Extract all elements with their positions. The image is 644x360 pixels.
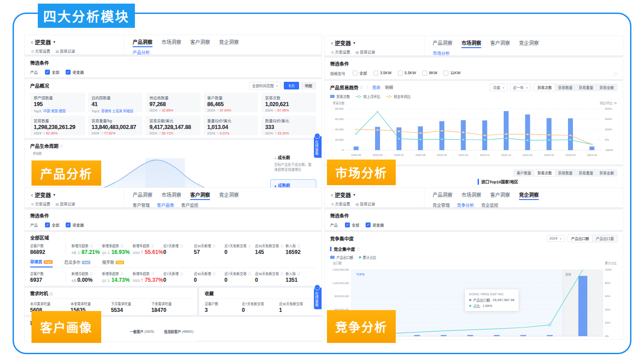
main-tab[interactable]: 市场洞察 (161, 191, 181, 200)
plan-settings-link[interactable]: ⊙方案设置 (331, 201, 350, 206)
info-icon[interactable]: ⓘ (212, 272, 215, 276)
back-icon[interactable]: ‹ (31, 39, 33, 45)
chevron-down-icon[interactable]: ▼ (353, 193, 356, 196)
product-title[interactable]: 逆变器 (335, 191, 351, 199)
chevron-down-icon[interactable]: ▼ (353, 41, 356, 44)
trade-trend-chart[interactable]: 80,000600%60,000400%40,000200%20,0000%0-… (330, 105, 617, 160)
main-tab[interactable]: 客户洞察 (190, 38, 210, 47)
metric-button[interactable]: 贸易金额 (596, 84, 617, 91)
period-select[interactable]: 月度∨ (490, 84, 507, 91)
country-tab[interactable]: 厄瓜多尔Top2 (64, 259, 90, 267)
main-tab[interactable]: 市场洞察 (461, 191, 481, 200)
export-volume-button[interactable]: 产品出口量 (592, 235, 617, 242)
back-icon[interactable]: ‹ (31, 191, 33, 198)
plan-settings-link[interactable]: ⊙方案设置 (31, 48, 50, 53)
info-icon[interactable]: ⓘ (248, 244, 251, 248)
metric-button[interactable]: 贸易次数 (534, 169, 555, 176)
main-tab[interactable]: 产品洞察 (133, 38, 152, 47)
filter-checkbox[interactable]: 全部 (353, 70, 367, 76)
info-icon[interactable]: ⓘ (151, 244, 154, 248)
card-view-button[interactable]: 卡片 (284, 82, 299, 89)
filter-checkbox[interactable]: ✓全部 (45, 222, 59, 227)
info-icon[interactable]: ⓘ (180, 244, 183, 248)
metric-button[interactable]: 贸易重量 (576, 84, 596, 91)
export-amount-button[interactable]: 产品出口额 (568, 235, 592, 242)
info-icon[interactable]: ⓘ (280, 244, 283, 248)
main-tab[interactable]: 客户洞察 (490, 39, 510, 48)
info-icon[interactable]: ⓘ (49, 293, 53, 296)
filter-checkbox[interactable]: 11KW (443, 71, 461, 76)
country-tab[interactable]: 菲律宾Top1 (30, 259, 53, 267)
filter-checkbox[interactable]: ✓全部 (45, 69, 59, 75)
time-range-select[interactable]: 全部时间范围∨ (249, 82, 281, 89)
filter-checkbox[interactable]: 3.5KW (373, 71, 392, 76)
trade-records-link[interactable]: ▤贸易记录 (56, 201, 76, 206)
trade-records-link[interactable]: ▤贸易记录 (56, 48, 76, 53)
online-service-button[interactable]: ··· 在线客服 (314, 288, 322, 309)
filter-checkbox[interactable]: ✓逆变器 (366, 222, 384, 227)
main-tab[interactable]: 竞企洞察 (219, 38, 239, 47)
plan-settings-link[interactable]: ⊙方案设置 (331, 49, 350, 54)
info-icon[interactable]: ⓘ (151, 272, 154, 276)
metric-button[interactable]: 客户数量 (514, 169, 534, 176)
product-title[interactable]: 逆变器 (335, 39, 351, 47)
main-tab[interactable]: 产品洞察 (133, 191, 152, 200)
info-icon[interactable]: ⓘ (248, 272, 251, 276)
metric-button[interactable]: 贸易次数 (534, 84, 555, 91)
plan-settings-link[interactable]: ⊙方案设置 (31, 201, 50, 206)
layer-legend-item[interactable]: 低活跃客户(48662) (161, 329, 193, 334)
filter-checkbox[interactable]: 8KW (422, 71, 437, 76)
info-icon[interactable]: ⓘ (90, 272, 93, 276)
filter-checkbox[interactable]: 5.5KW (398, 71, 416, 76)
detail-view-button[interactable]: 明细 (301, 82, 316, 89)
year-select[interactable]: 2024∨ (546, 235, 565, 242)
product-title[interactable]: 逆变器 (35, 191, 51, 199)
range-select[interactable]: 近一年∨ (510, 84, 531, 91)
info-icon[interactable]: ⓘ (121, 244, 124, 248)
back-icon[interactable]: ‹ (331, 40, 333, 46)
info-icon[interactable]: ⓘ (90, 244, 93, 248)
main-tab[interactable]: 客户洞察 (190, 191, 210, 200)
main-tab[interactable]: 产品洞察 (433, 191, 452, 200)
chevron-down-icon[interactable]: ▼ (53, 193, 56, 196)
info-icon[interactable]: ⓘ (297, 272, 300, 276)
info-icon[interactable]: ⓘ (60, 144, 63, 148)
main-tab[interactable]: 市场洞察 (161, 38, 181, 47)
lifecycle-stage-card[interactable]: ◆成长期 目标产品处于成长期，整体趋势呈快速增长 (270, 151, 316, 176)
filter-more-icon[interactable]: ◯ (614, 72, 617, 76)
chevron-down-icon[interactable]: ▼ (53, 40, 56, 44)
chart-view-tab[interactable]: 图表 (372, 84, 380, 90)
info-icon[interactable]: ⓘ (360, 85, 363, 89)
metric-button[interactable]: 贸易重量 (576, 169, 596, 176)
info-icon[interactable]: ⓘ (121, 272, 124, 276)
metric-button[interactable]: 贸易数量 (555, 84, 576, 91)
metric-button[interactable]: 贸易金额 (596, 169, 617, 176)
table-header[interactable]: 各分层占比 (282, 340, 322, 342)
metric-button[interactable]: 贸易数量 (555, 169, 576, 176)
main-tab[interactable]: 竞企洞察 (519, 39, 539, 48)
info-icon[interactable]: ⓘ (212, 244, 215, 248)
main-tab[interactable]: 客户洞察 (490, 191, 510, 200)
main-tab[interactable]: 竞企洞察 (519, 191, 539, 200)
filter-checkbox[interactable]: ✓逆变器 (66, 69, 84, 75)
info-icon[interactable]: ⓘ (280, 272, 283, 276)
info-icon[interactable]: ⓘ (297, 244, 300, 248)
table-header[interactable]: 国家/地区 (196, 340, 239, 342)
online-service-button[interactable]: ··· 在线客服 (314, 136, 322, 158)
trade-records-link[interactable]: ▤贸易记录 (356, 201, 376, 206)
info-icon[interactable]: ⓘ (180, 272, 183, 276)
main-tab[interactable]: 市场洞察 (461, 39, 481, 48)
back-icon[interactable]: ‹ (331, 191, 333, 198)
lifecycle-stage-card[interactable]: ◆成熟期 目标产品处于成熟期，整体趋势呈平稳增长 (270, 179, 316, 188)
detail-view-tab[interactable]: 明细 (385, 84, 393, 90)
layer-legend-item[interactable]: 一般客户(2625) (126, 329, 154, 334)
filter-checkbox[interactable]: ✓逆变器 (66, 222, 84, 227)
main-tab[interactable]: 竞企洞察 (219, 191, 239, 200)
info-icon[interactable]: ⓘ (357, 247, 360, 251)
main-tab[interactable]: 产品洞察 (433, 39, 452, 48)
filter-checkbox[interactable]: ✓全部 (345, 222, 359, 227)
table-header[interactable]: 客户数 (239, 340, 262, 342)
country-tab[interactable]: 俄罗斯Top3 (102, 259, 124, 267)
product-title[interactable]: 逆变器 (35, 38, 51, 46)
trade-records-link[interactable]: ▤贸易记录 (356, 49, 376, 54)
